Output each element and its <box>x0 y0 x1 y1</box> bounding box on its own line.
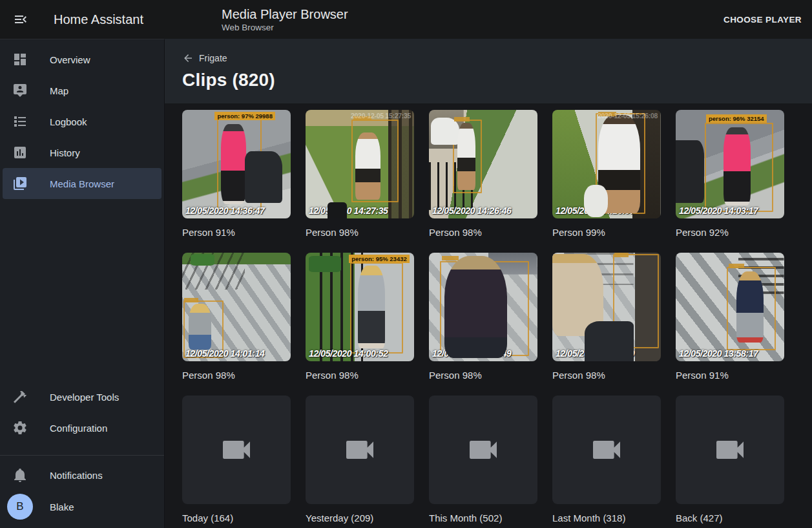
detection-label-small <box>614 253 629 257</box>
sidebar-item-label: History <box>50 147 80 158</box>
clip-thumbnail[interactable]: 12/05/2020 13:59:49 <box>429 253 537 361</box>
sidebar-item-label: Logbook <box>50 116 87 127</box>
clip-timestamp: 12/05/2020 14:26:46 <box>432 206 511 216</box>
clip-caption: Person 98% <box>429 226 537 239</box>
clip-card[interactable]: 12/05/2020 13:59:49 Person 98% <box>429 253 537 382</box>
clip-timestamp: 12/05/2020 14:27:35 <box>309 206 388 216</box>
clip-card[interactable]: 2020-12-05 15:26:08 12/05/2020 14:26:07 … <box>552 110 661 239</box>
clip-caption: Person 98% <box>429 369 537 382</box>
video-camera-icon <box>712 432 748 468</box>
video-camera-icon <box>465 432 501 468</box>
gear-icon <box>12 420 28 436</box>
folder-card-yesterday[interactable]: Yesterday (209) <box>306 396 414 525</box>
clip-card[interactable]: 12/05/2020 13:58:17 Person 91% <box>676 253 784 382</box>
sidebar-item-notifications[interactable]: Notifications <box>3 459 161 491</box>
folder-card-today[interactable]: Today (164) <box>182 396 291 525</box>
clip-caption: Person 91% <box>182 226 291 239</box>
sidebar: Overview Map Logbook History Med <box>0 39 165 528</box>
sidebar-item-user-profile[interactable]: B Blake <box>3 491 161 523</box>
clip-caption: Person 98% <box>306 369 414 382</box>
clip-timestamp: 12/05/2020 14:00:52 <box>309 348 388 359</box>
app-title: Home Assistant <box>54 12 143 27</box>
clip-thumbnail[interactable]: 2020-12-05 15:27:35 12/05/2020 14:27:35 <box>306 110 414 218</box>
folder-card-this-month[interactable]: This Month (502) <box>429 396 537 525</box>
detection-bounding-box <box>351 120 399 202</box>
folder-caption: Last Month (318) <box>552 512 661 525</box>
clip-thumbnail[interactable]: person: 97% 29988 12/05/2020 14:36:47 <box>182 110 291 218</box>
sidebar-item-overview[interactable]: Overview <box>3 44 161 75</box>
clip-timestamp: 12/05/2020 14:26:07 <box>556 206 634 216</box>
clip-thumbnail[interactable]: 12/05/2020 13:58:17 <box>676 253 784 361</box>
folder-thumbnail[interactable] <box>429 396 537 504</box>
camera-watermark: 2020-12-05 15:27:35 <box>351 112 411 120</box>
camera-watermark: 2020-12-05 15:26:08 <box>598 112 658 120</box>
breadcrumb-back-frigate[interactable]: Frigate <box>182 39 227 64</box>
clip-caption: Person 92% <box>676 226 784 239</box>
map-account-icon <box>12 83 28 98</box>
detection-bounding-box <box>705 123 773 212</box>
folder-caption: Yesterday (209) <box>306 512 414 525</box>
clip-card[interactable]: person: 97% 29988 12/05/2020 14:36:47 Pe… <box>182 110 291 239</box>
sidebar-item-map[interactable]: Map <box>3 75 161 106</box>
page-header: Frigate Clips (820) <box>165 39 812 103</box>
avatar: B <box>7 494 33 520</box>
detection-bounding-box <box>727 267 776 350</box>
media-browser-icon <box>12 176 28 191</box>
sidebar-item-logbook[interactable]: Logbook <box>3 106 161 137</box>
sidebar-divider <box>0 455 164 456</box>
clip-caption: Person 98% <box>306 226 414 239</box>
clip-card[interactable]: 2020-12-05 15:27:35 12/05/2020 14:27:35 … <box>306 110 414 239</box>
clip-thumbnail[interactable]: 12/05/2020 13:58:30 <box>552 253 661 361</box>
folder-thumbnail[interactable] <box>306 396 414 504</box>
detection-label: person: 97% 29988 <box>214 112 275 120</box>
sidebar-item-history[interactable]: History <box>3 137 161 168</box>
clip-timestamp: 12/05/2020 13:58:30 <box>556 348 634 359</box>
clip-timestamp: 12/05/2020 13:58:17 <box>679 348 758 359</box>
clip-card[interactable]: 12/05/2020 13:58:30 Person 98% <box>552 253 661 382</box>
folder-thumbnail[interactable] <box>552 396 661 504</box>
hammer-icon <box>12 389 28 405</box>
clip-thumbnail[interactable]: 12/05/2020 14:01:14 <box>182 253 291 361</box>
choose-player-button[interactable]: CHOOSE PLAYER <box>713 8 812 31</box>
detection-label: person: 95% 23432 <box>349 255 410 263</box>
clip-card[interactable]: person: 96% 32154 12/05/2020 14:03:17 Pe… <box>676 110 784 239</box>
clip-card[interactable]: 12/05/2020 14:01:14 Person 98% <box>182 253 291 382</box>
detection-label-small <box>729 264 744 268</box>
arrow-left-icon <box>182 52 194 64</box>
folder-card-back[interactable]: Back (427) <box>676 396 784 525</box>
sidebar-header: Home Assistant <box>0 0 165 39</box>
detection-bounding-box <box>453 120 482 193</box>
clip-caption: Person 99% <box>552 226 661 239</box>
video-camera-icon <box>342 432 378 468</box>
panel-title: Media Player Browser <box>222 6 348 22</box>
bell-icon <box>12 467 28 483</box>
folder-thumbnail[interactable] <box>182 396 291 504</box>
user-name-label: Blake <box>50 502 74 512</box>
page-title: Clips (820) <box>182 70 812 90</box>
sidebar-item-media-browser[interactable]: Media Browser <box>3 168 161 199</box>
detection-bounding-box <box>613 254 659 348</box>
logbook-list-icon <box>12 114 28 129</box>
clip-card[interactable]: 12/05/2020 14:26:46 Person 98% <box>429 110 537 239</box>
sidebar-toggle-menu-icon[interactable] <box>13 12 28 27</box>
folder-caption: This Month (502) <box>429 512 537 525</box>
detection-bounding-box <box>217 115 262 209</box>
clip-card[interactable]: person: 95% 23432 12/05/2020 14:00:52 Pe… <box>306 253 414 382</box>
clip-thumbnail[interactable]: 12/05/2020 14:26:46 <box>429 110 537 218</box>
clip-caption: Person 98% <box>552 369 661 382</box>
breadcrumb-label: Frigate <box>199 53 227 63</box>
folder-thumbnail[interactable] <box>676 396 784 504</box>
sidebar-item-configuration[interactable]: Configuration <box>3 412 161 443</box>
history-chart-icon <box>12 145 28 160</box>
folder-card-last-month[interactable]: Last Month (318) <box>552 396 661 525</box>
clip-thumbnail[interactable]: person: 96% 32154 12/05/2020 14:03:17 <box>676 110 784 218</box>
sidebar-item-developer-tools[interactable]: Developer Tools <box>3 381 161 412</box>
clip-timestamp: 12/05/2020 14:36:47 <box>185 206 264 216</box>
clip-thumbnail[interactable]: 2020-12-05 15:26:08 12/05/2020 14:26:07 <box>552 110 661 218</box>
detection-label-small <box>184 298 198 302</box>
sidebar-item-label: Map <box>50 85 68 96</box>
sidebar-item-label: Configuration <box>50 423 107 434</box>
dashboard-icon <box>12 52 28 67</box>
clip-thumbnail[interactable]: person: 95% 23432 12/05/2020 14:00:52 <box>306 253 414 361</box>
panel-header: Media Player Browser Web Browser <box>222 6 348 33</box>
